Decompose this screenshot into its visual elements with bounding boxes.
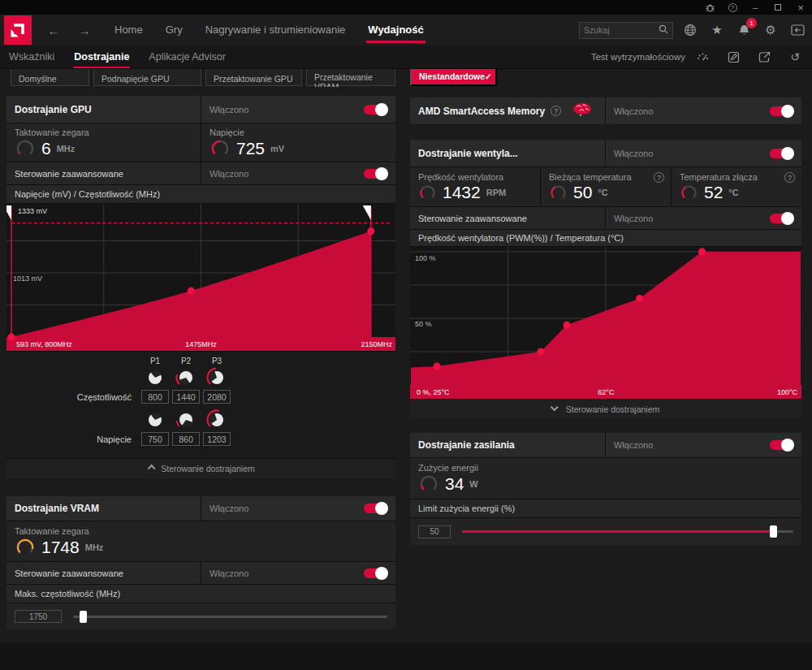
knob-p2-voltage[interactable] <box>175 409 197 430</box>
settings-gear-icon[interactable]: ⚙ <box>761 20 780 40</box>
pstate-controls: P1 P2 P3 Częstotliwość <box>6 352 395 458</box>
gpu-card-title: Dostrajanie GPU <box>15 104 92 115</box>
bug-report-icon[interactable] <box>698 0 721 15</box>
close-button[interactable]: × <box>789 0 812 15</box>
vram-tuning-toggle[interactable] <box>364 504 387 513</box>
vram-tuning-card: Dostrajanie VRAM Włączono Taktowanie zeg… <box>6 496 395 629</box>
gpu-clock-value: 6 <box>41 139 51 158</box>
gpu-advanced-toggle[interactable] <box>364 169 387 179</box>
nav-item-performance[interactable]: Wydajność <box>366 20 425 41</box>
knob-p1-frequency[interactable] <box>145 367 166 388</box>
power-slider-thumb[interactable] <box>770 525 777 538</box>
vram-frequency-slider[interactable] <box>73 616 387 618</box>
globe-icon[interactable] <box>680 20 700 40</box>
preset-button-overclock-vram[interactable]: Przetaktowanie VRAM <box>306 69 395 86</box>
fan-speed-value: 1432 <box>443 183 481 202</box>
maximize-button[interactable] <box>767 0 789 15</box>
chevron-up-icon <box>148 464 156 472</box>
back-button[interactable]: ← <box>45 24 63 37</box>
input-p2-voltage[interactable] <box>172 432 200 446</box>
power-card-title: Dostrajanie zasilania <box>418 439 515 451</box>
power-limit-slider-row <box>410 518 801 545</box>
input-p3-frequency[interactable] <box>203 390 231 404</box>
search-input[interactable] <box>584 25 659 35</box>
fan-tuning-toggle[interactable] <box>770 149 793 158</box>
junction-temp-help-icon[interactable]: ? <box>784 172 795 183</box>
vram-max-frequency-label: Maks. częstotliwość (MHz) <box>6 585 395 603</box>
input-p2-frequency[interactable] <box>172 390 200 404</box>
chevron-down-icon <box>551 403 559 411</box>
nav-item-recording[interactable]: Nagrywanie i strumieniowanie <box>204 20 348 41</box>
power-limit-input[interactable] <box>418 525 451 538</box>
vram-clock-gauge-icon <box>15 537 36 558</box>
sam-brain-icon <box>572 102 592 119</box>
vram-advanced-toggle[interactable] <box>364 568 387 578</box>
save-profile-icon[interactable] <box>723 48 744 66</box>
vram-slider-thumb[interactable] <box>80 611 87 623</box>
check-icon: ✓ <box>485 71 492 81</box>
gpu-tuning-card: Dostrajanie GPU Włączono Taktowanie zega… <box>6 96 395 478</box>
performance-subnav: Wskaźniki Dostrajanie Aplikacje Advisor … <box>0 45 812 69</box>
amd-logo[interactable] <box>4 15 32 45</box>
search-icon[interactable] <box>659 23 668 37</box>
reset-icon[interactable]: ↺ <box>784 48 806 66</box>
tuning-content: Domyślne Podnapięcie GPU Przetaktowanie … <box>0 69 812 670</box>
input-p3-voltage[interactable] <box>203 432 231 446</box>
preset-row: Domyślne Podnapięcie GPU Przetaktowanie … <box>0 69 812 87</box>
forward-button[interactable]: → <box>76 24 93 37</box>
vram-frequency-input[interactable] <box>15 610 62 623</box>
current-temp-value: 50 <box>573 183 592 202</box>
knob-p1-voltage[interactable] <box>145 409 166 430</box>
preset-button-overclock-gpu[interactable]: Przetaktowanie GPU <box>205 69 302 86</box>
knob-p2-frequency[interactable] <box>175 367 197 388</box>
fan-tuning-card: Dostrajanie wentyla... Włączono Prędkość… <box>410 140 801 418</box>
input-p1-voltage[interactable] <box>141 432 169 446</box>
sam-help-icon[interactable]: ? <box>551 106 561 116</box>
smart-access-memory-row: AMD SmartAccess Memory ? Włączono <box>410 97 801 124</box>
voltage-frequency-curve[interactable] <box>6 204 395 351</box>
knob-p3-frequency[interactable] <box>206 367 227 388</box>
power-limit-slider[interactable] <box>462 530 793 533</box>
voltage-frequency-chart: 1333 mV 1013 mV 593 mV, 800MHz 1475MHz 2… <box>6 204 395 351</box>
minimize-button[interactable]: – <box>744 0 767 15</box>
power-tuning-card: Dostrajanie zasilania Włączono Zużycie e… <box>410 433 801 545</box>
main-navbar: ← → Home Gry Nagrywanie i strumieniowani… <box>0 15 812 45</box>
tab-wskazniki[interactable]: Wskaźniki <box>8 49 55 65</box>
gpu-tuning-toggle[interactable] <box>364 105 387 115</box>
custom-preset-button[interactable]: Niestandardowe ✓ <box>410 69 497 86</box>
window-titlebar: ? – × <box>0 0 812 15</box>
fan-curve-chart: 100 % 50 % 0 %, 25°C 62°C 100°C <box>410 247 801 399</box>
voltage-frequency-chart-title: Napięcie (mV) / Częstotliwość (MHz) <box>6 185 395 203</box>
help-icon[interactable]: ? <box>721 0 744 15</box>
notifications-bell-icon[interactable]: 1 <box>734 20 754 40</box>
gpu-voltage-value: 725 <box>236 139 265 158</box>
preset-button-undervolt-gpu[interactable]: Podnapięcie GPU <box>93 69 201 86</box>
fan-curve-chart-title: Prędkość wentylatora (PWM(%)) / Temperat… <box>410 230 801 246</box>
knob-p3-voltage[interactable] <box>206 409 227 430</box>
fan-speed-gauge-icon <box>418 184 437 202</box>
tab-dostrajanie[interactable]: Dostrajanie <box>73 49 130 65</box>
nav-item-home[interactable]: Home <box>113 20 145 41</box>
preset-button-default[interactable]: Domyślne <box>11 69 89 86</box>
subnav-actions: Test wytrzymałościowy ↺ <box>591 48 806 66</box>
gpu-clock-gauge-icon <box>15 138 36 159</box>
vram-frequency-slider-row <box>6 603 395 629</box>
fan-card-title: Dostrajanie wentyla... <box>418 148 518 159</box>
fan-speed-curve[interactable] <box>410 247 801 399</box>
fan-advanced-toggle[interactable] <box>770 214 793 223</box>
share-profile-icon[interactable] <box>754 48 775 66</box>
dock-panel-icon[interactable] <box>788 20 807 40</box>
tab-aplikacje-advisor[interactable]: Aplikacje Advisor <box>148 49 227 65</box>
power-tuning-toggle[interactable] <box>770 440 793 450</box>
fan-tuning-collapse[interactable]: Sterowanie dostrajaniem <box>410 400 801 418</box>
input-p1-frequency[interactable] <box>141 390 169 404</box>
current-temp-help-icon[interactable]: ? <box>654 172 664 183</box>
nav-item-gry[interactable]: Gry <box>164 20 184 41</box>
vram-clock-value: 1748 <box>41 538 80 557</box>
star-icon[interactable]: ★ <box>707 20 727 40</box>
stress-test-gauge-icon[interactable] <box>692 48 713 66</box>
sam-toggle[interactable] <box>770 106 793 116</box>
gpu-voltage-gauge-icon <box>209 138 231 159</box>
vram-card-title: Dostrajanie VRAM <box>15 503 99 514</box>
gpu-tuning-collapse[interactable]: Sterowanie dostrajaniem <box>6 459 395 478</box>
